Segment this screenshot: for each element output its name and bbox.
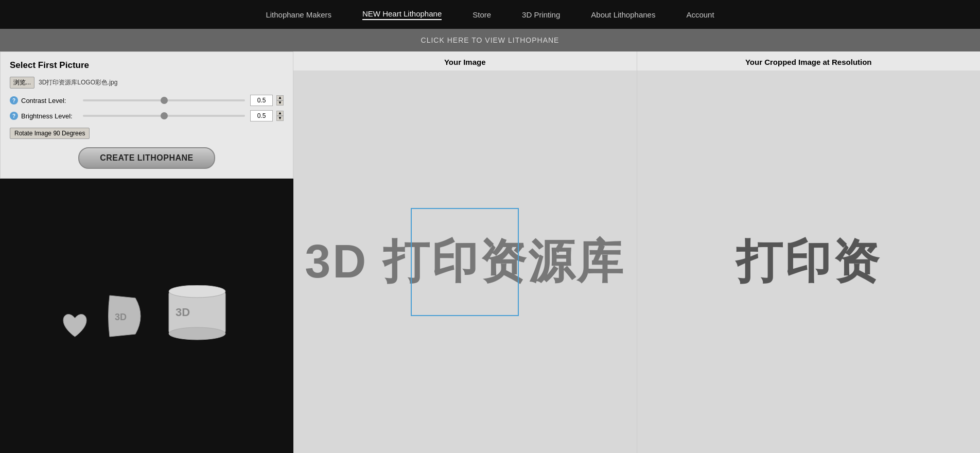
cylinder-3d-shape: 3D bbox=[161, 285, 233, 342]
nav-account[interactable]: Account bbox=[686, 10, 714, 19]
cropped-image-section: Your Cropped Image at Resolution 打印资 bbox=[637, 51, 981, 453]
left-panel: Select First Picture 浏览... 3D打印资源库LOGO彩色… bbox=[0, 51, 293, 453]
file-browse-button[interactable]: 浏览... bbox=[10, 77, 34, 89]
file-row: 浏览... 3D打印资源库LOGO彩色.jpg bbox=[10, 77, 284, 89]
brightness-slider-thumb[interactable] bbox=[161, 112, 168, 119]
file-name-label: 3D打印资源库LOGO彩色.jpg bbox=[39, 78, 117, 87]
nav-3d-printing[interactable]: 3D Printing bbox=[522, 10, 560, 19]
nav-lithophane-makers[interactable]: Lithophane Makers bbox=[266, 10, 331, 19]
cropped-image-title: Your Cropped Image at Resolution bbox=[745, 51, 872, 71]
nav-about-lithophanes[interactable]: About Lithophanes bbox=[591, 10, 655, 19]
contrast-slider-track bbox=[83, 99, 245, 101]
svg-text:3D: 3D bbox=[115, 312, 127, 322]
brightness-spinner: ▲ ▼ bbox=[276, 111, 284, 121]
controls-area: Select First Picture 浏览... 3D打印资源库LOGO彩色… bbox=[0, 51, 293, 179]
contrast-value-box: 0.5 bbox=[250, 95, 273, 106]
brightness-spin-up[interactable]: ▲ bbox=[276, 111, 284, 116]
3d-shapes: 3D 3D bbox=[61, 280, 233, 352]
your-image-canvas[interactable]: 3D 打印资源库 bbox=[293, 71, 637, 453]
brightness-slider-row: ? Brightness Level: 0.5 ▲ ▼ bbox=[10, 110, 284, 121]
main-nav: Lithophane Makers NEW Heart Lithophane S… bbox=[0, 0, 980, 29]
svg-text:3D: 3D bbox=[176, 306, 190, 319]
nav-store[interactable]: Store bbox=[472, 10, 491, 19]
contrast-slider-thumb[interactable] bbox=[161, 97, 168, 104]
brightness-help-icon[interactable]: ? bbox=[10, 112, 18, 120]
brightness-slider-track bbox=[83, 115, 245, 117]
cropped-image-display: 打印资 bbox=[637, 71, 981, 453]
view-lithophane-banner[interactable]: CLICK HERE TO VIEW LITHOPHANE bbox=[0, 29, 980, 51]
contrast-spin-down[interactable]: ▼ bbox=[276, 100, 284, 106]
brightness-value: 0.5 bbox=[257, 112, 266, 119]
brightness-label: Brightness Level: bbox=[21, 112, 78, 120]
create-lithophane-button[interactable]: CREATE LITHOPHANE bbox=[78, 147, 215, 169]
curved-flat-3d-shape: 3D bbox=[104, 290, 146, 342]
heart-3d-shape bbox=[61, 311, 89, 342]
contrast-help-icon[interactable]: ? bbox=[10, 96, 18, 104]
brightness-spin-down[interactable]: ▼ bbox=[276, 116, 284, 121]
banner-text: CLICK HERE TO VIEW LITHOPHANE bbox=[421, 36, 559, 44]
svg-point-3 bbox=[169, 327, 225, 340]
nav-new-heart-lithophane[interactable]: NEW Heart Lithophane bbox=[362, 9, 442, 20]
brightness-value-box: 0.5 bbox=[250, 110, 273, 121]
your-image-section: Your Image 3D 打印资源库 bbox=[293, 51, 637, 453]
cropped-logo-text: 打印资 bbox=[736, 231, 881, 293]
right-panel: Your Image 3D 打印资源库 Your Cropped Image a bbox=[293, 51, 980, 453]
your-image-title: Your Image bbox=[444, 51, 486, 71]
3d-preview-area: 3D 3D bbox=[0, 179, 293, 453]
contrast-spinner: ▲ ▼ bbox=[276, 95, 284, 106]
svg-point-2 bbox=[169, 285, 225, 298]
contrast-label: Contrast Level: bbox=[21, 97, 78, 104]
rotate-button[interactable]: Rotate Image 90 Degrees bbox=[10, 128, 90, 139]
contrast-spin-up[interactable]: ▲ bbox=[276, 95, 284, 100]
images-row: Your Image 3D 打印资源库 Your Cropped Image a bbox=[293, 51, 980, 453]
contrast-slider-row: ? Contrast Level: 0.5 ▲ ▼ bbox=[10, 95, 284, 106]
contrast-value: 0.5 bbox=[257, 97, 266, 104]
section-title: Select First Picture bbox=[10, 60, 284, 71]
background-logo-text: 3D 打印资源库 bbox=[305, 231, 625, 293]
cropped-image-canvas: 打印资 bbox=[637, 71, 981, 453]
